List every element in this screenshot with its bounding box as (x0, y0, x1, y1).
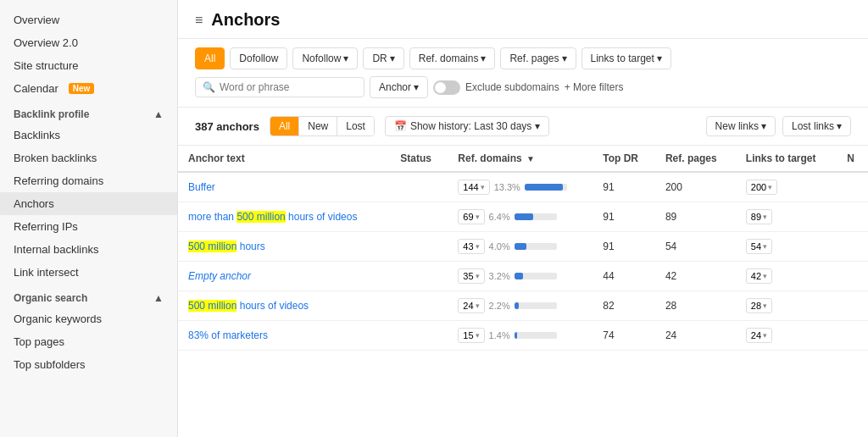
anchor-link[interactable]: more than 500 million hours of videos (188, 211, 357, 223)
chevron-down-icon: ▾ (657, 53, 662, 64)
sidebar-item-top-subfolders[interactable]: Top subfolders (0, 353, 177, 376)
col-ref-domains[interactable]: Ref. domains ▼ (448, 146, 593, 172)
chevron-down-icon: ▾ (481, 183, 485, 191)
anchor-link[interactable]: 500 million hours of videos (188, 300, 309, 312)
anchor-text-cell: Buffer (178, 172, 390, 202)
links-to-target-cell: 24 ▾ (736, 321, 837, 351)
chevron-up-icon: ▲ (153, 108, 164, 120)
links-to-target-btn[interactable]: 89 ▾ (746, 209, 772, 224)
n-cell (837, 232, 868, 262)
ref-domains-btn[interactable]: 15 ▾ (458, 328, 484, 343)
filter-dofollow-btn[interactable]: Dofollow (230, 47, 287, 69)
ref-bar-fill (515, 243, 526, 250)
links-to-target-btn[interactable]: 42 ▾ (746, 268, 772, 284)
status-cell (390, 291, 448, 321)
links-to-target-btn[interactable]: 54 ▾ (746, 239, 772, 254)
col-n: N (837, 146, 868, 172)
sidebar-item-anchors[interactable]: Anchors (0, 192, 177, 215)
n-cell (837, 172, 868, 202)
sidebar-item-internal-backlinks[interactable]: Internal backlinks (0, 238, 177, 261)
filter-ref-pages-btn[interactable]: Ref. pages ▾ (500, 47, 576, 69)
table-row: Buffer 144 ▾ 13.3% 91200 200 ▾ (178, 172, 868, 202)
tab-lost[interactable]: Lost (337, 117, 374, 136)
ref-pct: 4.0% (489, 241, 510, 252)
lost-links-btn[interactable]: Lost links ▾ (782, 116, 851, 136)
tab-all[interactable]: All (270, 117, 299, 136)
ref-pct: 2.2% (489, 301, 510, 311)
ref-pages-cell: 28 (655, 291, 736, 321)
chevron-down-icon: ▾ (763, 331, 767, 340)
links-to-target-cell: 28 ▾ (736, 291, 837, 321)
ref-domains-cell: 43 ▾ 4.0% (448, 232, 593, 262)
links-to-target-btn[interactable]: 24 ▾ (746, 328, 772, 343)
ref-domains-num: 69 (463, 212, 473, 222)
filter-all-btn[interactable]: All (195, 47, 225, 69)
filter-nofollow-btn[interactable]: Nofollow ▾ (292, 47, 358, 69)
new-links-label: New links (715, 120, 759, 132)
anchor-filter-btn[interactable]: Anchor ▾ (370, 76, 428, 98)
status-cell (390, 202, 448, 232)
top-dr-cell: 82 (593, 291, 655, 321)
sidebar-item-overview[interactable]: Overview (0, 8, 177, 31)
anchor-text-cell: 500 million hours (178, 232, 390, 262)
sidebar-item-referring-domains[interactable]: Referring domains (0, 169, 177, 192)
links-to-target-num: 24 (751, 330, 761, 340)
ref-bar-fill (515, 332, 517, 339)
sidebar-section-organic: Organic search ▲ (0, 284, 177, 307)
ref-pages-cell: 24 (655, 321, 736, 351)
n-cell (837, 291, 868, 321)
exclude-subdomains-label: Exclude subdomains (465, 81, 559, 93)
links-to-target-btn[interactable]: 28 ▾ (746, 298, 772, 313)
chevron-down-icon: ▾ (535, 120, 540, 132)
tab-new[interactable]: New (299, 117, 337, 136)
ref-domains-btn[interactable]: 24 ▾ (458, 298, 484, 313)
links-to-target-cell: 89 ▾ (736, 202, 837, 232)
sidebar-item-backlinks[interactable]: Backlinks (0, 124, 177, 147)
sidebar-item-organic-keywords[interactable]: Organic keywords (0, 307, 177, 330)
sidebar-item-calendar[interactable]: CalendarNew (0, 77, 177, 100)
links-to-target-num: 200 (751, 182, 766, 192)
sidebar-item-referring-ips[interactable]: Referring IPs (0, 215, 177, 238)
top-dr-cell: 74 (593, 321, 655, 351)
history-btn[interactable]: 📅 Show history: Last 30 days ▾ (385, 116, 549, 136)
sidebar-item-link-intersect[interactable]: Link intersect (0, 261, 177, 284)
chevron-down-icon: ▾ (481, 53, 486, 64)
ref-domains-btn[interactable]: 69 ▾ (458, 209, 484, 224)
exclude-subdomains-toggle[interactable] (433, 80, 460, 95)
anchor-label: Anchor (379, 81, 411, 93)
ref-domains-btn[interactable]: 144 ▾ (458, 180, 489, 195)
hamburger-icon[interactable]: ≡ (195, 13, 203, 28)
n-cell (837, 262, 868, 291)
table-row: 500 million hours of videos 24 ▾ 2.2% 82… (178, 291, 868, 321)
anchor-text-cell: 83% of marketers (178, 321, 390, 351)
status-cell (390, 262, 448, 291)
ref-domains-btn[interactable]: 35 ▾ (458, 268, 484, 284)
links-to-target-btn[interactable]: 200 ▾ (746, 180, 777, 195)
anchors-table: Anchor text Status Ref. domains ▼ Top DR… (178, 146, 868, 351)
search-wrapper: 🔍 (195, 77, 364, 97)
sidebar-item-top-pages[interactable]: Top pages (0, 330, 177, 353)
col-anchor-text: Anchor text (178, 146, 390, 172)
sidebar-item-overview-2.0[interactable]: Overview 2.0 (0, 31, 177, 54)
anchor-link[interactable]: 83% of marketers (188, 329, 268, 341)
exclude-subdomains-wrapper: Exclude subdomains (433, 80, 559, 95)
anchor-link[interactable]: 500 million hours (188, 241, 265, 252)
filter-dr-btn[interactable]: DR ▾ (363, 47, 403, 69)
sidebar-item-broken-backlinks[interactable]: Broken backlinks (0, 147, 177, 169)
new-links-btn[interactable]: New links ▾ (706, 116, 776, 136)
anchor-link[interactable]: Buffer (188, 181, 215, 193)
ref-bar-container (515, 302, 557, 309)
ref-domains-btn[interactable]: 43 ▾ (458, 239, 484, 254)
filter-row-2: 🔍 Anchor ▾ Exclude subdomains + More fil… (195, 76, 851, 98)
filter-links-to-target-btn[interactable]: Links to target ▾ (581, 47, 671, 69)
top-dr-cell: 91 (593, 232, 655, 262)
ref-domains-cell: 24 ▾ 2.2% (448, 291, 593, 321)
sidebar-item-site-structure[interactable]: Site structure (0, 54, 177, 77)
more-filters-btn[interactable]: + More filters (565, 81, 624, 93)
chevron-down-icon: ▾ (768, 183, 772, 191)
filter-ref-domains-btn[interactable]: Ref. domains ▾ (409, 47, 496, 69)
search-input[interactable] (220, 81, 338, 93)
results-bar: 387 anchors All New Lost 📅 Show history:… (178, 108, 868, 146)
n-cell (837, 321, 868, 351)
chevron-down-icon: ▾ (476, 301, 480, 310)
